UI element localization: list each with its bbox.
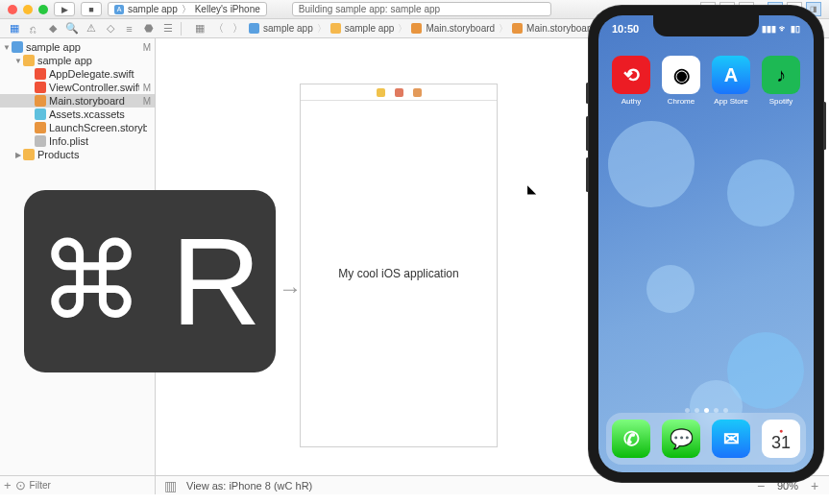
disclosure-triangle-icon[interactable]: ▼ [13, 57, 23, 65]
phone-app-icon[interactable]: ✆ [612, 420, 650, 458]
tree-products-row[interactable]: ▶ Products [0, 148, 155, 161]
app-label: App Store [714, 97, 748, 106]
home-screen-app[interactable]: AApp Store [712, 56, 750, 106]
wifi-icon: ᯤ [779, 24, 788, 34]
initial-view-controller-arrow-icon[interactable]: → [279, 276, 302, 302]
debug-navigator-tab[interactable]: ≡ [121, 22, 137, 36]
storyboard-crumb-icon [411, 23, 422, 34]
back-button[interactable]: 〈 [210, 22, 227, 36]
related-items-button[interactable]: ▦ [191, 22, 207, 36]
dock: ✆ 💬 ✉ ● 31 [606, 413, 806, 465]
app-icon: A [114, 5, 124, 14]
disclosure-triangle-icon[interactable]: ▼ [2, 43, 12, 52]
file-icon [35, 108, 46, 120]
app-icon[interactable]: ◉ [662, 56, 700, 94]
navigator-filter-bar: + ⊙ ◷ ▣ [0, 475, 155, 494]
view-controller-scene[interactable]: My cool iOS application [300, 84, 498, 447]
stop-button[interactable]: ■ [81, 2, 102, 16]
volume-down-button[interactable] [586, 157, 589, 192]
view-as-label[interactable]: View as: iPhone 8 (wC hR) [186, 480, 312, 492]
tree-file-row[interactable]: ViewController.swiftM [0, 81, 155, 94]
simulator-screen[interactable]: 10:50 ▮▮▮ ᯤ ▮▯ ⟲Authy◉ChromeAApp Store♪S… [598, 15, 814, 472]
volume-up-button[interactable] [586, 116, 589, 151]
symbol-navigator-tab[interactable]: ◆ [44, 22, 61, 36]
home-screen-app[interactable]: ⟲Authy [612, 56, 650, 106]
scheme-name: sample app [128, 4, 178, 14]
command-key-icon: ⌘ [38, 228, 144, 334]
activity-text: Building sample app: sample app [299, 4, 440, 14]
status-time: 10:50 [612, 23, 639, 35]
issue-navigator-tab[interactable]: ⚠ [83, 22, 99, 36]
find-navigator-tab[interactable]: 🔍 [63, 22, 80, 36]
destination-name: Kelley's iPhone [195, 4, 260, 14]
tree-file-row[interactable]: LaunchScreen.storyboard [0, 121, 155, 134]
view-controller-icon[interactable] [377, 88, 385, 97]
test-navigator-tab[interactable]: ◇ [102, 22, 118, 36]
minimize-window-button[interactable] [23, 5, 33, 14]
project-icon [12, 41, 23, 53]
folder-icon [23, 55, 35, 66]
tree-file-row[interactable]: AppDelegate.swift [0, 67, 155, 81]
zoom-window-button[interactable] [38, 5, 48, 14]
exit-icon[interactable] [413, 88, 422, 97]
source-control-navigator-tab[interactable]: ⎌ [25, 22, 41, 36]
device-notch [653, 15, 759, 36]
report-navigator-tab[interactable]: ☰ [159, 22, 176, 36]
r-key-label: R [171, 219, 261, 344]
app-label: Chrome [668, 97, 695, 106]
file-icon [35, 122, 46, 133]
document-outline-toggle-icon[interactable]: ▥ [163, 478, 177, 493]
app-icon[interactable]: A [712, 56, 750, 94]
tree-group-row[interactable]: ▼ sample app [0, 54, 155, 67]
app-label: Spotify [769, 97, 792, 106]
first-responder-icon[interactable] [395, 88, 403, 97]
mute-switch[interactable] [586, 83, 589, 104]
project-navigator-tab[interactable]: ▦ [6, 22, 22, 36]
folder-icon [23, 149, 35, 160]
side-button[interactable] [823, 102, 826, 150]
ios-simulator-device: 10:50 ▮▮▮ ᯤ ▮▯ ⟲Authy◉ChromeAApp Store♪S… [589, 6, 823, 482]
tree-file-row[interactable]: Assets.xcassets [0, 108, 155, 121]
keyboard-shortcut-overlay: ⌘ R [24, 190, 276, 372]
zoom-in-button[interactable]: + [808, 478, 821, 493]
tree-file-row[interactable]: Info.plist [0, 134, 155, 148]
filter-scope-icon[interactable]: ⊙ [15, 479, 26, 492]
view-controller-view[interactable]: My cool iOS application [301, 101, 497, 446]
cellular-icon: ▮▮▮ [762, 24, 776, 34]
tree-project-row[interactable]: ▼ sample app M [0, 40, 155, 54]
add-button[interactable]: + [4, 479, 12, 492]
breakpoint-navigator-tab[interactable]: ⬣ [140, 22, 157, 36]
navigator-filter-input[interactable] [30, 480, 152, 491]
calendar-app-icon[interactable]: ● 31 [762, 420, 800, 458]
file-icon [35, 68, 46, 80]
storyboard-crumb-icon [512, 23, 523, 34]
traffic-lights [8, 5, 48, 14]
scene-dock[interactable] [301, 84, 497, 101]
home-screen-app[interactable]: ♪Spotify [762, 56, 800, 106]
battery-icon: ▮▯ [791, 24, 800, 34]
file-icon [35, 135, 46, 147]
scheme-separator: 〉 [182, 3, 191, 16]
home-screen-app[interactable]: ◉Chrome [662, 56, 700, 106]
app-icon[interactable]: ⟲ [612, 56, 650, 94]
close-window-button[interactable] [8, 5, 17, 14]
app-icon[interactable]: ♪ [762, 56, 800, 94]
label-element[interactable]: My cool iOS application [338, 267, 458, 280]
tree-file-row[interactable]: Main.storyboardM [0, 94, 155, 108]
file-icon [35, 95, 46, 107]
forward-button[interactable]: 〉 [230, 22, 246, 36]
project-crumb-icon [249, 23, 259, 34]
cursor-icon: ◣ [527, 182, 536, 196]
app-label: Authy [622, 97, 641, 106]
scheme-selector[interactable]: A sample app 〉 Kelley's iPhone [108, 2, 267, 16]
run-button[interactable]: ▶ [54, 2, 75, 16]
messages-app-icon[interactable]: 💬 [662, 420, 700, 458]
folder-crumb-icon [330, 23, 341, 34]
mail-app-icon[interactable]: ✉ [712, 420, 750, 458]
activity-viewer: Building sample app: sample app [292, 2, 551, 16]
file-icon [35, 82, 46, 93]
disclosure-triangle-icon[interactable]: ▶ [13, 151, 23, 159]
